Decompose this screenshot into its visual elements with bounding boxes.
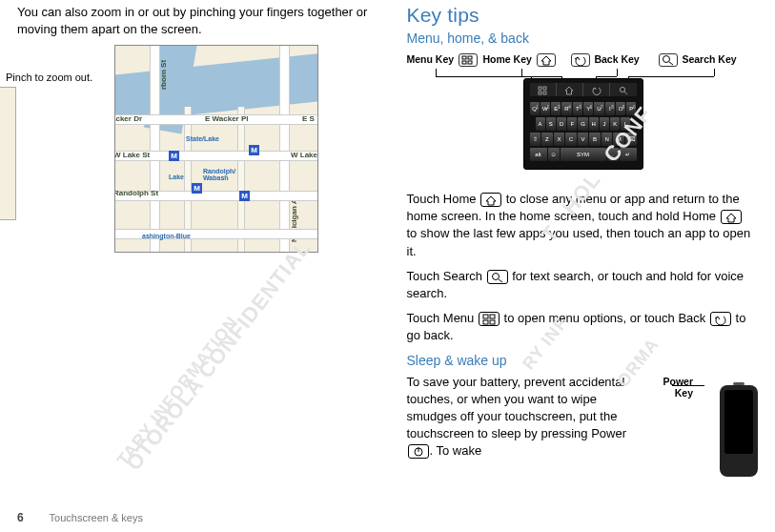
- power-icon: [408, 444, 429, 459]
- svg-line-5: [669, 62, 673, 65]
- home-key-label: Home Key: [483, 53, 558, 67]
- nav-home-icon: [557, 83, 583, 96]
- street-label: rborn St: [159, 60, 168, 90]
- search-icon: [487, 270, 508, 284]
- key-diagram: Menu Key Home Key Back Key: [407, 53, 755, 177]
- transit-label: Randolph/ Wabash: [203, 168, 260, 181]
- svg-rect-16: [483, 320, 488, 324]
- svg-rect-14: [483, 315, 488, 318]
- subsection-heading: Menu, home, & back: [407, 31, 755, 46]
- menu-key-icon: [459, 53, 478, 67]
- page-footer: 6 Touchscreen & keys: [17, 511, 143, 524]
- transit-label: Lake: [169, 174, 184, 180]
- menu-icon: [479, 312, 500, 326]
- street-label: Randolph St: [114, 189, 158, 197]
- svg-point-12: [492, 273, 499, 279]
- power-device-illustration: [699, 378, 758, 482]
- transit-label: State/Lake: [186, 135, 219, 142]
- street-label: E S: [302, 114, 315, 123]
- svg-rect-2: [462, 61, 466, 64]
- street-label: acker Dr: [114, 114, 142, 123]
- search-paragraph: Touch Search for text search, or touch a…: [407, 268, 755, 302]
- street-label: W Lake: [291, 151, 317, 159]
- svg-rect-17: [490, 320, 495, 324]
- transit-label: ashington-Blue: [142, 233, 191, 239]
- keyboard-row-4: alt ☺ SYM . ↵: [530, 148, 637, 161]
- svg-rect-7: [543, 87, 546, 90]
- svg-rect-3: [468, 61, 472, 64]
- nav-menu-icon: [530, 83, 557, 96]
- subsection-heading: Sleep & wake up: [407, 353, 755, 368]
- intro-text: You can also zoom in or out by pinching …: [17, 4, 369, 37]
- back-key-label: Back Key: [569, 53, 640, 67]
- section-heading: Key tips: [407, 4, 755, 27]
- svg-rect-6: [539, 87, 541, 90]
- metro-icon: M: [249, 145, 259, 155]
- map-inset: Ontario St E Ontario St Ohio St and St E…: [0, 87, 16, 220]
- metro-icon: M: [169, 151, 179, 161]
- svg-rect-0: [462, 56, 466, 59]
- keyboard-row-3: ⇧ Z X C V B N M ⌫: [530, 133, 637, 146]
- metro-icon: M: [192, 183, 202, 194]
- home-icon: [480, 193, 501, 207]
- page-number: 6: [17, 511, 24, 524]
- svg-rect-1: [468, 56, 472, 59]
- search-key-label: Search Key: [657, 53, 737, 67]
- street-label: E Wacker Pl: [205, 114, 249, 123]
- footer-section: Touchscreen & keys: [50, 512, 143, 523]
- keyboard-row-1: Q1 W2 E3 R4 T5 Y6 U7 I8 O9 P0: [530, 102, 637, 115]
- nav-search-icon: [610, 83, 636, 96]
- metro-icon: M: [239, 191, 250, 201]
- svg-point-10: [620, 87, 624, 92]
- home-paragraph: Touch Home to close any menu or app and …: [407, 191, 755, 260]
- home-icon: [721, 210, 742, 224]
- keyboard-row-2: A S D F G H J K L: [536, 117, 631, 131]
- sleep-paragraph: To save your battery, prevent accidental…: [407, 374, 636, 460]
- power-key-label: PowerKey: [663, 376, 693, 399]
- menu-key-label: Menu Key: [407, 53, 480, 67]
- svg-rect-9: [543, 92, 546, 94]
- back-icon: [710, 312, 731, 326]
- map-main: rborn St N Micigan Ave acker Dr E Wacker…: [114, 45, 318, 253]
- svg-line-13: [499, 279, 502, 282]
- search-key-icon: [659, 53, 678, 67]
- home-key-icon: [537, 53, 556, 67]
- svg-rect-8: [539, 92, 541, 94]
- pinch-label: Pinch to zoom out.: [6, 72, 92, 83]
- svg-point-4: [663, 56, 669, 63]
- street-label: W Lake St: [114, 151, 150, 159]
- svg-rect-15: [490, 315, 495, 318]
- menu-paragraph: Touch Menu to open menu options, or touc…: [407, 310, 755, 344]
- phone-illustration: Q1 W2 E3 R4 T5 Y6 U7 I8 O9 P0 A S D F G: [523, 78, 643, 170]
- svg-line-11: [624, 92, 627, 94]
- back-key-icon: [571, 53, 590, 67]
- nav-back-icon: [583, 83, 610, 96]
